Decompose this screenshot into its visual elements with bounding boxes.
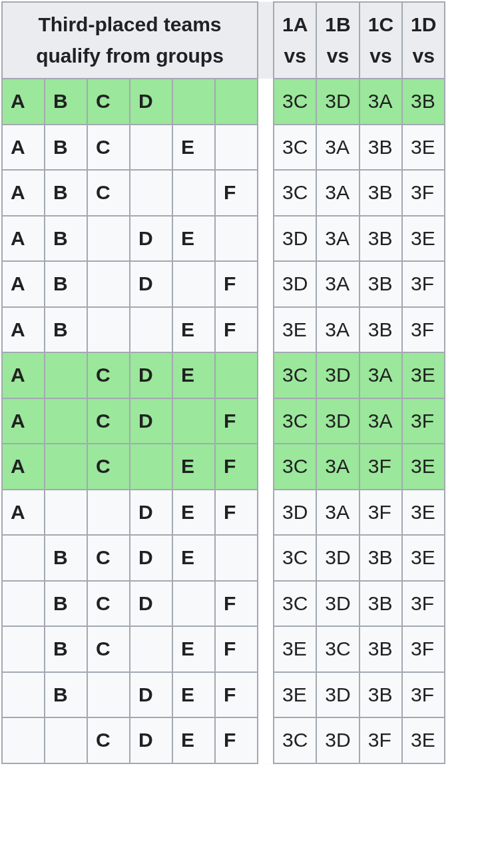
matchup-cell: 3E <box>402 535 445 581</box>
table-row: ACDF3C3D3A3F <box>2 398 445 444</box>
matchup-cell: 3F <box>402 170 445 216</box>
matchup-cell: 3B <box>360 261 402 307</box>
group-letter-cell <box>87 307 130 353</box>
group-letter-cell: C <box>87 626 130 672</box>
table-row: BDEF3E3D3B3F <box>2 672 445 718</box>
matchup-cell: 3F <box>402 672 445 718</box>
table-row: BCDF3C3D3B3F <box>2 581 445 627</box>
matchup-cell: 3B <box>360 626 402 672</box>
matchup-cell: 3D <box>316 352 359 398</box>
gap-column <box>258 398 274 444</box>
group-letter-cell: A <box>2 79 45 125</box>
group-letter-cell: E <box>172 535 215 581</box>
matchup-cell: 3A <box>316 307 359 353</box>
table-row: ABDF3D3A3B3F <box>2 261 445 307</box>
group-letter-cell: A <box>2 216 45 262</box>
matchup-cell: 3D <box>316 535 359 581</box>
header-vs-label: vs <box>284 45 306 67</box>
group-letter-cell: C <box>87 717 130 763</box>
group-letter-cell: E <box>172 626 215 672</box>
matchup-cell: 3A <box>316 444 359 490</box>
group-letter-cell: A <box>2 490 45 536</box>
group-letter-cell: D <box>130 216 172 262</box>
group-letter-cell: D <box>130 717 172 763</box>
matchup-cell: 3B <box>360 125 402 171</box>
group-letter-cell: B <box>45 672 87 718</box>
group-letter-cell <box>130 626 172 672</box>
matchup-cell: 3F <box>360 444 402 490</box>
matchup-cell: 3D <box>316 672 359 718</box>
group-letter-cell <box>87 490 130 536</box>
table-row: ADEF3D3A3F3E <box>2 490 445 536</box>
matchup-cell: 3C <box>316 626 359 672</box>
matchup-cell: 3D <box>316 398 359 444</box>
group-letter-cell: B <box>45 216 87 262</box>
group-letter-cell: C <box>87 79 130 125</box>
gap-column <box>258 535 274 581</box>
group-letter-cell <box>130 125 172 171</box>
header-1c-vs: 1C vs <box>360 2 402 79</box>
matchup-cell: 3A <box>360 79 402 125</box>
group-letter-cell <box>45 352 87 398</box>
matchup-cell: 3A <box>316 261 359 307</box>
gap-column <box>258 261 274 307</box>
matchup-cell: 3C <box>274 717 316 763</box>
matchup-cell: 3D <box>274 490 316 536</box>
header-1b-label: 1B <box>325 13 350 35</box>
group-letter-cell <box>215 535 258 581</box>
group-letter-cell <box>130 170 172 216</box>
group-letter-cell <box>2 717 45 763</box>
group-letter-cell <box>2 535 45 581</box>
group-letter-cell: C <box>87 352 130 398</box>
gap-column <box>258 490 274 536</box>
matchup-cell: 3C <box>274 352 316 398</box>
table-row: ABCE3C3A3B3E <box>2 125 445 171</box>
gap-column <box>258 626 274 672</box>
matchup-cell: 3E <box>402 125 445 171</box>
gap-column <box>258 216 274 262</box>
group-letter-cell: E <box>172 125 215 171</box>
group-letter-cell: A <box>2 352 45 398</box>
matchup-cell: 3E <box>402 216 445 262</box>
gap-column <box>258 307 274 353</box>
group-letter-cell <box>172 581 215 627</box>
gap-column <box>258 352 274 398</box>
matchup-cell: 3E <box>274 307 316 353</box>
group-letter-cell: F <box>215 672 258 718</box>
matchup-cell: 3D <box>316 717 359 763</box>
matchup-cell: 3F <box>360 717 402 763</box>
group-letter-cell: F <box>215 261 258 307</box>
group-letter-cell: E <box>172 717 215 763</box>
group-letter-cell: A <box>2 444 45 490</box>
group-letter-cell <box>130 307 172 353</box>
matchup-cell: 3C <box>274 581 316 627</box>
group-letter-cell: B <box>45 307 87 353</box>
group-letter-cell: C <box>87 398 130 444</box>
matchup-cell: 3A <box>316 216 359 262</box>
table-header-row: Third-placed teams qualify from groups 1… <box>2 2 445 79</box>
group-letter-cell <box>2 626 45 672</box>
group-letter-cell: E <box>172 352 215 398</box>
matchup-cell: 3F <box>402 398 445 444</box>
matchup-cell: 3C <box>274 444 316 490</box>
header-1c-label: 1C <box>368 13 393 35</box>
group-letter-cell: B <box>45 626 87 672</box>
matchup-cell: 3F <box>402 307 445 353</box>
header-1d-label: 1D <box>411 13 436 35</box>
group-letter-cell: A <box>2 125 45 171</box>
matchup-cell: 3A <box>360 398 402 444</box>
matchup-cell: 3E <box>402 717 445 763</box>
gap-column <box>258 2 274 79</box>
group-letter-cell: D <box>130 535 172 581</box>
header-qualify-from-groups: Third-placed teams qualify from groups <box>2 2 258 79</box>
group-letter-cell: B <box>45 535 87 581</box>
matchup-cell: 3D <box>316 581 359 627</box>
gap-column <box>258 170 274 216</box>
group-letter-cell: A <box>2 307 45 353</box>
table-row: ACDE3C3D3A3E <box>2 352 445 398</box>
table-row: BCDE3C3D3B3E <box>2 535 445 581</box>
group-letter-cell <box>2 581 45 627</box>
group-letter-cell: F <box>215 490 258 536</box>
matchup-cell: 3D <box>274 261 316 307</box>
table-row: ABEF3E3A3B3F <box>2 307 445 353</box>
